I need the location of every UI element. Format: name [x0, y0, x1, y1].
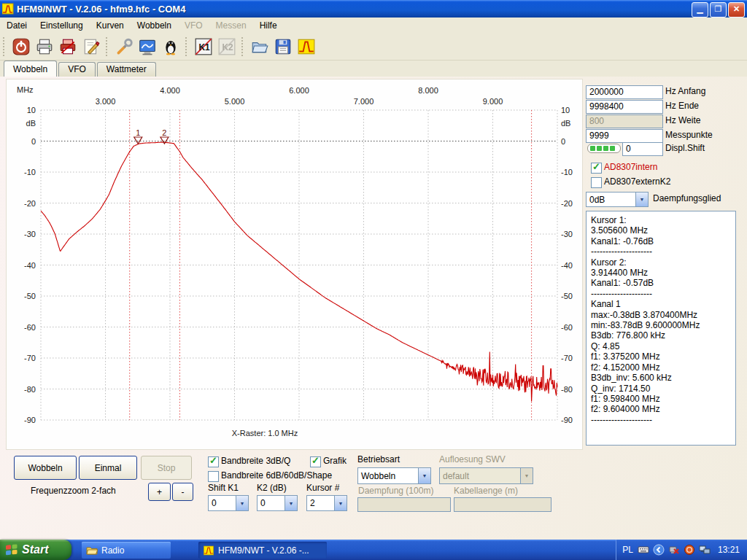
keyboard-icon[interactable] — [638, 544, 649, 556]
chevron-down-icon[interactable]: ▼ — [285, 496, 297, 510]
task-label: Radio — [101, 545, 124, 556]
combo-daempfungsglied-value: 0dB — [587, 194, 635, 206]
combo-betriebsart[interactable]: Wobbeln▼ — [357, 467, 431, 484]
field-kabellaenge — [454, 497, 551, 512]
field-messpunkte[interactable]: 9999 — [586, 129, 663, 143]
menu-datei[interactable]: Datei — [0, 18, 34, 33]
readout-line: min:-83.78dB 9.600000MHz — [591, 320, 731, 330]
titlebar[interactable]: HFM9/NWT - V.2.06 - hfm9.hfc - COM4 ▁ ❐ … — [0, 0, 747, 18]
taskbar-clock: 13:21 — [718, 545, 740, 555]
combo-k2-db[interactable]: 0▼ — [257, 495, 298, 511]
combo-shift-k1[interactable]: 0▼ — [208, 495, 249, 511]
system-tray: PL 13:21 — [616, 540, 747, 560]
chevron-down-icon[interactable]: ▼ — [635, 192, 648, 206]
menu-kurven[interactable]: Kurven — [90, 18, 131, 33]
svg-text:-90: -90 — [561, 416, 573, 424]
readout-line: Kanal1: -0.76dB — [591, 236, 731, 246]
chevron-down-icon[interactable]: ▼ — [236, 496, 248, 510]
tab-vfo[interactable]: VFO — [58, 62, 96, 77]
svg-text:X-Raster: 1.0 MHz: X-Raster: 1.0 MHz — [232, 429, 298, 438]
save-icon[interactable] — [272, 36, 294, 58]
power-icon[interactable] — [10, 36, 32, 58]
combo-daempfungsglied[interactable]: 0dB▼ — [586, 192, 649, 207]
sweep-curve-icon[interactable] — [295, 36, 317, 58]
button-einmal[interactable]: Einmal — [79, 456, 137, 480]
task-label: HFM9/NWT - V.2.06 -... — [218, 545, 309, 556]
svg-text:10: 10 — [27, 106, 36, 114]
svg-text:-30: -30 — [561, 230, 573, 238]
field-hz-anfang[interactable]: 2000000 — [586, 85, 663, 99]
readout-line: --------------------- — [591, 246, 731, 257]
start-button[interactable]: Start — [0, 540, 71, 560]
tab-wobbeln[interactable]: Wobbeln — [4, 61, 57, 77]
readout-line: Kanal1: -0.57dB — [591, 278, 731, 288]
channel-k1-icon[interactable]: K1 — [193, 36, 214, 58]
button-wobbeln[interactable]: Wobbeln — [14, 456, 77, 480]
checkbox-bandbreite-6db-60db-shape[interactable] — [208, 471, 219, 482]
menu-hilfe[interactable]: Hilfe — [253, 18, 284, 33]
readout-line: Kursor 2: — [591, 257, 731, 268]
chevron-down-icon[interactable]: ▼ — [334, 496, 347, 510]
svg-text:dB: dB — [561, 119, 570, 128]
penguin-icon[interactable] — [160, 36, 182, 58]
label-kabellaenge: Kabellaenge (m) — [454, 486, 518, 496]
checkbox-grafik[interactable]: ✓ — [310, 456, 321, 467]
cursor-readout[interactable]: Kursor 1:3.505600 MHzKanal1: -0.76dB----… — [586, 211, 736, 446]
svg-text:-50: -50 — [24, 292, 36, 300]
hide-icons-chevron[interactable] — [653, 544, 665, 556]
check-mark-icon: ✓ — [592, 161, 600, 172]
menu-wobbeln[interactable]: Wobbeln — [131, 18, 178, 33]
svg-text:-40: -40 — [24, 261, 36, 270]
minimize-button[interactable]: ▁ — [692, 2, 708, 18]
graphics-screen-icon[interactable] — [136, 36, 158, 58]
combo-betriebsart-value: Wobbeln — [358, 470, 418, 482]
taskbar: Start RadioHFM9/NWT - V.2.06 -... PL 13:… — [0, 540, 747, 560]
svg-text:0: 0 — [561, 137, 565, 146]
menu-einstellung[interactable]: Einstellung — [34, 18, 90, 33]
svg-text:dB: dB — [26, 119, 36, 128]
edit-notes-icon[interactable] — [80, 36, 102, 58]
field-displ-shift[interactable]: 0 — [622, 142, 663, 156]
app-icon — [2, 3, 14, 15]
print-red-icon[interactable] — [57, 36, 79, 58]
print-icon[interactable] — [34, 36, 55, 58]
label-ad8307externk2: AD8307externK2 — [604, 176, 670, 187]
tabbar: WobbelnVFOWattmeter — [0, 60, 747, 77]
sweep-chart[interactable]: MHz3.0004.0005.0006.0007.0008.0009.00010… — [7, 79, 582, 448]
readout-line: f1: 9.598400 MHz — [591, 394, 731, 404]
combo-kursor-value: 2 — [307, 497, 334, 509]
checkbox-ad8307intern[interactable]: ✓ — [591, 163, 602, 174]
checkbox-bandbreite-3db-q[interactable]: ✓ — [208, 456, 219, 467]
field-hz-ende[interactable]: 9998400 — [586, 100, 663, 114]
sweep-curve-icon — [203, 545, 214, 556]
menu-vfo: VFO — [178, 18, 209, 33]
zoom-in-button[interactable]: + — [148, 483, 171, 501]
language-indicator[interactable]: PL — [622, 545, 633, 555]
app-window: HFM9/NWT - V.2.06 - hfm9.hfc - COM4 ▁ ❐ … — [0, 0, 747, 540]
checkbox-ad8307externk2[interactable] — [591, 177, 602, 188]
svg-text:-10: -10 — [24, 168, 36, 176]
taskbar-task-hfm9-nwt-v-2-06[interactable]: HFM9/NWT - V.2.06 -... — [198, 542, 327, 559]
record-icon[interactable] — [684, 544, 695, 556]
label-bandbreite-3db-q: Bandbreite 3dB/Q — [221, 456, 290, 466]
device-error-icon[interactable] — [668, 544, 680, 556]
svg-text:-50: -50 — [561, 292, 573, 300]
svg-text:1: 1 — [136, 128, 140, 137]
svg-text:8.000: 8.000 — [418, 86, 438, 95]
settings-tools-icon[interactable] — [113, 36, 135, 58]
label-displ-shift: Displ.Shift — [665, 143, 705, 153]
network-icon[interactable] — [699, 544, 711, 556]
menu-messen: Messen — [209, 18, 253, 33]
tab-wattmeter[interactable]: Wattmeter — [97, 62, 156, 77]
combo-aufloesung-swv-value: default — [440, 470, 520, 482]
readout-line: --------------------- — [591, 415, 731, 425]
zoom-out-button[interactable]: - — [172, 483, 193, 501]
taskbar-task-radio[interactable]: Radio — [82, 542, 171, 559]
chevron-down-icon[interactable]: ▼ — [418, 468, 430, 483]
combo-kursor[interactable]: 2▼ — [306, 495, 347, 511]
close-button[interactable]: ✕ — [728, 2, 745, 18]
label-frequenzzoom: Frequenzzoom 2-fach — [31, 486, 116, 496]
maximize-button[interactable]: ❐ — [710, 2, 727, 18]
svg-text:2: 2 — [162, 128, 166, 137]
open-folder-icon[interactable] — [249, 36, 271, 58]
